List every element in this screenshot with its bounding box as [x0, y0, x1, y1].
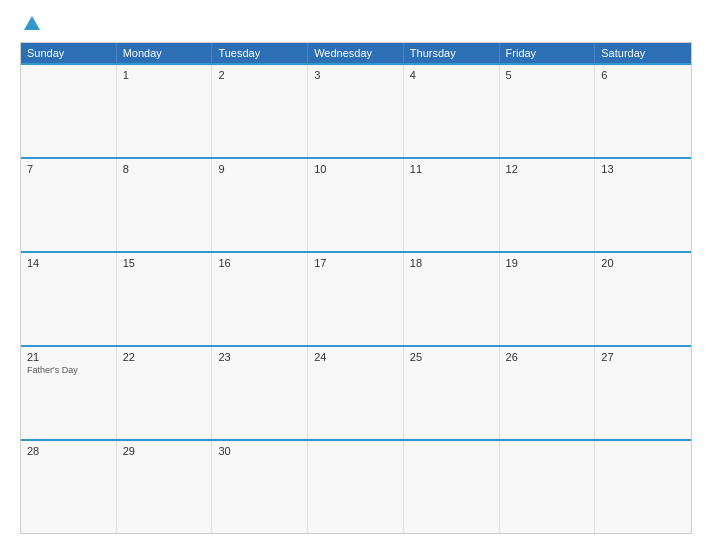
day-cell: 14	[21, 253, 117, 345]
day-header-monday: Monday	[117, 43, 213, 63]
day-header-friday: Friday	[500, 43, 596, 63]
day-number: 2	[218, 69, 301, 81]
day-cell: 11	[404, 159, 500, 251]
day-cell: 30	[212, 441, 308, 533]
day-number: 18	[410, 257, 493, 269]
day-cell: 9	[212, 159, 308, 251]
day-cell: 25	[404, 347, 500, 439]
logo-triangle-icon	[24, 16, 40, 30]
day-cell: 13	[595, 159, 691, 251]
day-cell	[595, 441, 691, 533]
day-number: 11	[410, 163, 493, 175]
day-number: 29	[123, 445, 206, 457]
day-cell: 2	[212, 65, 308, 157]
week-row-1: 123456	[21, 63, 691, 157]
day-header-sunday: Sunday	[21, 43, 117, 63]
day-number: 12	[506, 163, 589, 175]
day-cell: 23	[212, 347, 308, 439]
day-header-saturday: Saturday	[595, 43, 691, 63]
day-number: 7	[27, 163, 110, 175]
day-number: 27	[601, 351, 685, 363]
calendar: SundayMondayTuesdayWednesdayThursdayFrid…	[20, 42, 692, 534]
day-number: 20	[601, 257, 685, 269]
day-number: 19	[506, 257, 589, 269]
day-headers: SundayMondayTuesdayWednesdayThursdayFrid…	[21, 43, 691, 63]
day-cell: 4	[404, 65, 500, 157]
day-cell: 10	[308, 159, 404, 251]
day-cell: 16	[212, 253, 308, 345]
day-cell: 5	[500, 65, 596, 157]
day-number: 25	[410, 351, 493, 363]
day-cell	[21, 65, 117, 157]
day-number: 21	[27, 351, 110, 363]
day-cell	[500, 441, 596, 533]
day-cell: 22	[117, 347, 213, 439]
week-row-3: 14151617181920	[21, 251, 691, 345]
day-cell: 26	[500, 347, 596, 439]
day-cell: 15	[117, 253, 213, 345]
day-cell: 18	[404, 253, 500, 345]
day-cell: 12	[500, 159, 596, 251]
day-cell: 29	[117, 441, 213, 533]
day-number: 8	[123, 163, 206, 175]
day-header-tuesday: Tuesday	[212, 43, 308, 63]
day-cell: 17	[308, 253, 404, 345]
week-row-5: 282930	[21, 439, 691, 533]
day-number: 17	[314, 257, 397, 269]
day-cell: 27	[595, 347, 691, 439]
day-number: 5	[506, 69, 589, 81]
day-number: 28	[27, 445, 110, 457]
day-number: 30	[218, 445, 301, 457]
day-event: Father's Day	[27, 365, 110, 375]
day-cell: 19	[500, 253, 596, 345]
day-number: 4	[410, 69, 493, 81]
day-cell	[308, 441, 404, 533]
day-number: 10	[314, 163, 397, 175]
day-cell: 20	[595, 253, 691, 345]
logo	[20, 16, 40, 30]
page-header	[20, 16, 692, 30]
day-cell	[404, 441, 500, 533]
day-number: 15	[123, 257, 206, 269]
day-cell: 7	[21, 159, 117, 251]
day-header-wednesday: Wednesday	[308, 43, 404, 63]
day-number: 22	[123, 351, 206, 363]
day-number: 16	[218, 257, 301, 269]
weeks: 123456789101112131415161718192021Father'…	[21, 63, 691, 533]
week-row-4: 21Father's Day222324252627	[21, 345, 691, 439]
day-number: 6	[601, 69, 685, 81]
day-cell: 8	[117, 159, 213, 251]
day-header-thursday: Thursday	[404, 43, 500, 63]
day-number: 24	[314, 351, 397, 363]
day-number: 1	[123, 69, 206, 81]
day-number: 3	[314, 69, 397, 81]
day-cell: 21Father's Day	[21, 347, 117, 439]
day-number: 26	[506, 351, 589, 363]
day-cell: 1	[117, 65, 213, 157]
week-row-2: 78910111213	[21, 157, 691, 251]
day-number: 13	[601, 163, 685, 175]
day-number: 14	[27, 257, 110, 269]
day-cell: 28	[21, 441, 117, 533]
day-cell: 24	[308, 347, 404, 439]
day-number: 9	[218, 163, 301, 175]
day-cell: 3	[308, 65, 404, 157]
day-cell: 6	[595, 65, 691, 157]
day-number: 23	[218, 351, 301, 363]
